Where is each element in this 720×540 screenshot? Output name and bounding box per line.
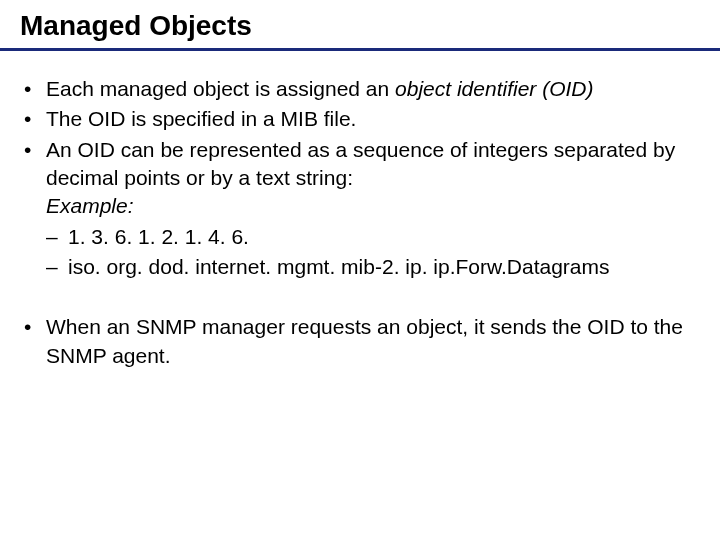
bullet-3: An OID can be represented as a sequence … xyxy=(46,136,700,282)
bullet-4: When an SNMP manager requests an object,… xyxy=(46,313,700,370)
example-numeric: 1. 3. 6. 1. 2. 1. 4. 6. xyxy=(68,223,700,251)
bullet-2: The OID is specified in a MIB file. xyxy=(46,105,700,133)
title-rule xyxy=(0,48,720,51)
bullet-1-text: Each managed object is assigned an xyxy=(46,77,395,100)
bullet-list: Each managed object is assigned an objec… xyxy=(20,75,700,281)
slide-title: Managed Objects xyxy=(20,10,700,42)
bullet-list-2: When an SNMP manager requests an object,… xyxy=(20,313,700,370)
example-text: iso. org. dod. internet. mgmt. mib-2. ip… xyxy=(68,253,700,281)
bullet-3-text: An OID can be represented as a sequence … xyxy=(46,138,675,189)
bullet-1: Each managed object is assigned an objec… xyxy=(46,75,700,103)
bullet-1-em: object identifier (OID) xyxy=(395,77,593,100)
example-label: Example: xyxy=(46,194,134,217)
example-sublist: 1. 3. 6. 1. 2. 1. 4. 6. iso. org. dod. i… xyxy=(46,223,700,282)
spacer xyxy=(20,283,700,313)
